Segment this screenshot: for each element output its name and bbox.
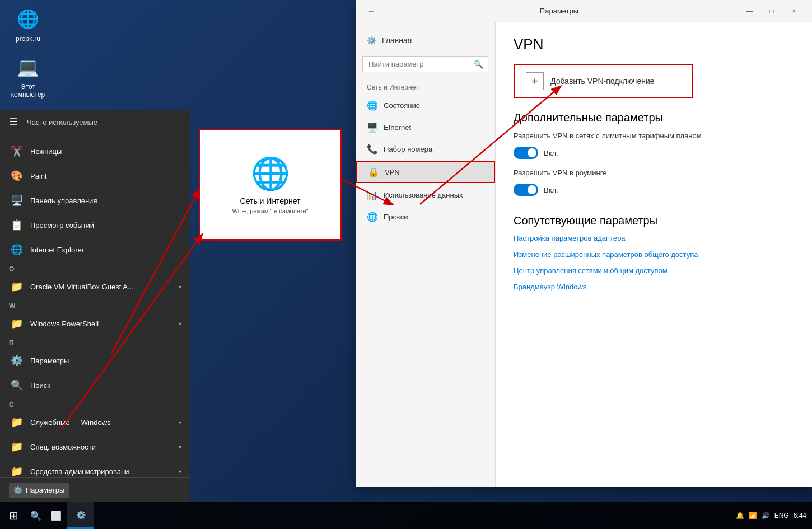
desc1: Разрешить VPN в сетях с лимитным тарифны… — [514, 131, 794, 141]
toggle-2-label: Вкл. — [544, 186, 558, 194]
nav-ethernet-label: Ethernet — [384, 123, 411, 132]
toggle-row-1: Вкл. — [514, 147, 794, 159]
powershell-icon: 📁 — [9, 316, 25, 331]
ie-label: Internet Explorer — [30, 246, 84, 254]
section-s-label: С — [0, 397, 190, 410]
nav-item-vpn[interactable]: 🔒 VPN — [356, 161, 495, 183]
nav-item-proxy[interactable]: 🌐 Прокси — [356, 207, 495, 227]
start-item-control-panel[interactable]: 🖥️ Панель управления — [0, 188, 190, 213]
link-adapter[interactable]: Настройка параметров адаптера — [514, 234, 794, 242]
computer-icon: 💻 — [15, 54, 41, 81]
data-usage-icon: 📊 — [367, 190, 378, 200]
paint-label: Paint — [30, 172, 47, 180]
start-menu: ☰ Часто используемые ✂️ Ножницы 🎨 Paint … — [0, 110, 190, 502]
start-item-sluzhebnye[interactable]: 📁 Служебные — Windows ▾ — [0, 410, 190, 434]
spec-label: Спец. возможности — [30, 443, 96, 451]
start-menu-title: Часто используемые — [27, 118, 97, 127]
dial-icon: 📞 — [367, 144, 378, 155]
spec-icon: 📁 — [9, 439, 25, 455]
nav-data-usage-label: Использование данных — [384, 191, 463, 199]
spec-arrow: ▾ — [179, 444, 181, 450]
taskbar-search-button[interactable]: 🔍 — [27, 502, 45, 529]
maximize-button[interactable]: □ — [760, 2, 783, 20]
parametry-label: Параметры — [30, 357, 69, 365]
nav-item-data-usage[interactable]: 📊 Использование данных — [356, 185, 495, 205]
nav-vpn-label: VPN — [385, 168, 400, 176]
start-item-search[interactable]: 🔍 Поиск — [0, 373, 190, 397]
taskbar-task-view[interactable]: ⬜ — [45, 502, 67, 529]
sredstva-icon: 📁 — [9, 464, 25, 477]
taskbar-notification-icon[interactable]: 🔔 — [736, 512, 744, 519]
settings-titlebar: ← Параметры — □ × — [356, 0, 812, 22]
desc2: Разрешить VPN в роуминге — [514, 168, 794, 178]
add-vpn-label: Добавить VPN-подключение — [550, 77, 655, 86]
tile-subtitle: Wi-Fi, режим " в самолете" — [232, 208, 308, 214]
settings-search-box: 🔍 — [362, 56, 488, 72]
hamburger-icon[interactable]: ☰ — [9, 116, 18, 128]
nav-status-label: Состояние — [384, 101, 420, 110]
settings-home-label: Главная — [382, 36, 412, 45]
sredstva-arrow: ▾ — [179, 469, 181, 475]
settings-search-input[interactable] — [363, 57, 469, 72]
desktop: 🌐 propk.ru 💻 Этот компьютер 🗑️ Корзина ☰… — [0, 0, 812, 529]
settings-home-item[interactable]: ⚙️ Главная — [356, 31, 495, 49]
paint-icon: 🎨 — [9, 168, 25, 184]
nav-proxy-label: Прокси — [384, 213, 408, 221]
ethernet-icon: 🖥️ — [367, 122, 378, 133]
scissors-label: Ножницы — [30, 147, 62, 156]
link-network-center[interactable]: Центр управления сетями и общим доступом — [514, 266, 794, 275]
computer-label: Этот компьютер — [6, 83, 50, 99]
propk-icon: 🌐 — [15, 6, 41, 32]
desktop-icon-propk[interactable]: 🌐 propk.ru — [6, 6, 50, 43]
sluzhebnye-icon: 📁 — [9, 414, 25, 430]
start-item-spec[interactable]: 📁 Спец. возможности ▾ — [0, 434, 190, 459]
toggle-1[interactable] — [514, 147, 538, 159]
sredstva-label: Средства администрировани... — [30, 467, 135, 476]
back-button[interactable]: ← — [362, 2, 380, 20]
nav-dial-label: Набор номера — [384, 145, 432, 153]
start-item-event-viewer[interactable]: 📋 Просмотр событий — [0, 213, 190, 237]
start-button[interactable]: ⊞ — [0, 502, 27, 529]
start-item-scissors[interactable]: ✂️ Ножницы — [0, 139, 190, 163]
scissors-icon: ✂️ — [9, 143, 25, 159]
start-item-paint[interactable]: 🎨 Paint — [0, 163, 190, 188]
start-footer-parametry[interactable]: ⚙️ Параметры — [9, 483, 69, 498]
tile-globe-icon: 🌐 — [251, 155, 290, 192]
start-item-ie[interactable]: 🌐 Internet Explorer — [0, 237, 190, 262]
propk-label: propk.ru — [16, 35, 40, 43]
add-vpn-button[interactable]: + Добавить VPN-подключение — [514, 64, 693, 98]
vpn-nav-icon: 🔒 — [368, 167, 379, 177]
taskbar-parametry-btn[interactable]: ⚙️ — [67, 502, 94, 529]
powershell-label: Windows PowerShell — [30, 320, 99, 328]
search-label: Поиск — [30, 381, 50, 390]
control-panel-label: Панель управления — [30, 196, 97, 205]
nav-item-dial[interactable]: 📞 Набор номера — [356, 139, 495, 159]
desktop-icon-computer[interactable]: 💻 Этот компьютер — [6, 54, 50, 99]
taskbar-time: 6:44 — [794, 512, 806, 519]
plus-icon: + — [526, 72, 544, 90]
start-item-parametry[interactable]: ⚙️ Параметры — [0, 348, 190, 373]
taskbar: ⊞ 🔍 ⬜ ⚙️ 🔔 📶 🔊 ENG 6:44 — [0, 502, 812, 529]
tile-title: Сеть и Интернет — [240, 196, 301, 205]
oracle-label: Oracle VM VirtualBox Guest A... — [30, 283, 134, 291]
nav-item-ethernet[interactable]: 🖥️ Ethernet — [356, 118, 495, 137]
taskbar-right: 🔔 📶 🔊 ENG 6:44 — [736, 512, 812, 519]
toggle-1-label: Вкл. — [544, 149, 558, 157]
section-p-label: П — [0, 336, 190, 348]
start-item-powershell[interactable]: 📁 Windows PowerShell ▾ — [0, 311, 190, 336]
nav-item-status[interactable]: 🌐 Состояние — [356, 96, 495, 115]
close-button[interactable]: × — [783, 2, 805, 20]
settings-body: ⚙️ Главная 🔍 Сеть и Интернет 🌐 Состояние… — [356, 22, 812, 487]
tile-panel[interactable]: 🌐 Сеть и Интернет Wi-Fi, режим " в самол… — [199, 129, 342, 241]
status-icon: 🌐 — [367, 100, 378, 111]
minimize-button[interactable]: — — [738, 2, 760, 20]
start-item-oracle[interactable]: 📁 Oracle VM VirtualBox Guest A... ▾ — [0, 274, 190, 299]
taskbar-network-icon[interactable]: 📶 — [749, 512, 757, 519]
link-firewall[interactable]: Брандмауэр Windows — [514, 283, 794, 291]
start-item-sredstva[interactable]: 📁 Средства администрировани... ▾ — [0, 459, 190, 477]
toggle-2[interactable] — [514, 184, 538, 196]
section-o-label: O — [0, 262, 190, 274]
taskbar-volume-icon[interactable]: 🔊 — [762, 512, 770, 519]
link-advanced-sharing[interactable]: Изменение расширенных параметров общего … — [514, 250, 794, 259]
oracle-icon: 📁 — [9, 279, 25, 294]
